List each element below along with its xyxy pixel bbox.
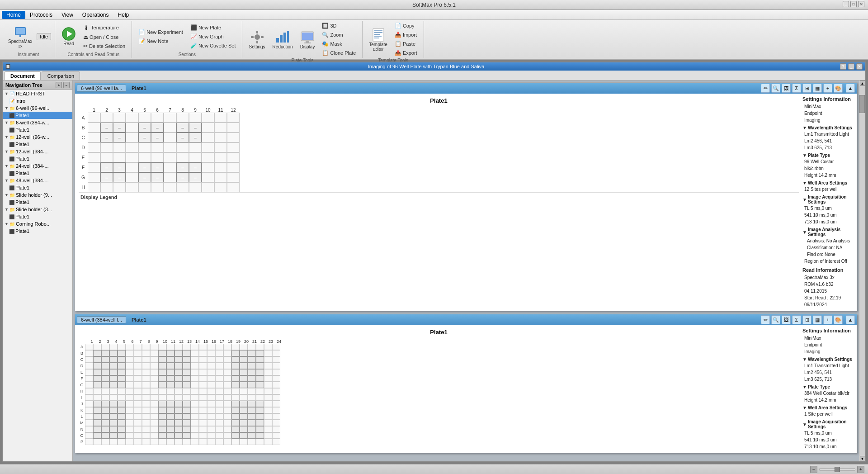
well-96-B8[interactable]: – — [176, 123, 189, 133]
well-96-A6[interactable] — [151, 113, 164, 123]
well-384-G8[interactable] — [142, 382, 150, 388]
well-96-B11[interactable] — [214, 123, 227, 133]
well-384-N16[interactable] — [207, 426, 215, 432]
well-384-H4[interactable] — [109, 388, 118, 394]
well-96-B9[interactable]: – — [189, 123, 202, 133]
well-384-F19[interactable] — [231, 375, 240, 382]
well-384-A17[interactable] — [215, 344, 223, 350]
well-96-D9[interactable] — [189, 142, 202, 152]
well-384-C20[interactable] — [240, 356, 248, 363]
well-384-D7[interactable] — [134, 363, 142, 369]
well-384-P10[interactable] — [158, 439, 166, 445]
menu-view[interactable]: View — [57, 11, 78, 19]
well-384-H2[interactable] — [93, 388, 101, 394]
spectramax-button[interactable]: SpectraMax 3x — [5, 24, 35, 49]
well-384-I4[interactable] — [109, 394, 118, 401]
well-384-E16[interactable] — [207, 369, 215, 375]
well-384-A15[interactable] — [199, 344, 207, 350]
well-384-A9[interactable] — [150, 344, 158, 350]
well-384-K4[interactable] — [109, 407, 118, 413]
well-384-N5[interactable] — [118, 426, 126, 432]
well-384-D15[interactable] — [199, 363, 207, 369]
well-96-E3[interactable] — [113, 152, 126, 162]
well-384-M12[interactable] — [175, 420, 183, 426]
well-384-K10[interactable] — [158, 407, 166, 413]
well-384-F1[interactable] — [85, 375, 93, 382]
well-96-C8[interactable]: – — [176, 133, 189, 142]
well-384-P3[interactable] — [101, 439, 109, 445]
well-384-E20[interactable] — [240, 369, 248, 375]
well-384-O22[interactable] — [256, 432, 264, 439]
well-96-D12[interactable] — [227, 142, 240, 152]
well-384-K24[interactable] — [272, 407, 280, 413]
well-384-L19[interactable] — [231, 413, 240, 420]
well-384-P1[interactable] — [85, 439, 93, 445]
well-384-P9[interactable] — [150, 439, 158, 445]
well-384-J3[interactable] — [101, 401, 109, 407]
well-96-H2[interactable] — [100, 182, 113, 192]
well-384-E4[interactable] — [109, 369, 118, 375]
well-384-J14[interactable] — [191, 401, 199, 407]
plate-grid-icon[interactable]: ⊞ — [802, 84, 811, 93]
well-384-B14[interactable] — [191, 350, 199, 356]
well-384-M3[interactable] — [101, 420, 109, 426]
tree-item-plate1-48well384[interactable]: ⬛ Plate1 — [3, 184, 72, 191]
well-384-E2[interactable] — [93, 369, 101, 375]
well-384-A24[interactable] — [272, 344, 280, 350]
well-384-J6[interactable] — [126, 401, 134, 407]
well-384-A18[interactable] — [223, 344, 231, 350]
well-384-B13[interactable] — [183, 350, 191, 356]
well-384-D20[interactable] — [240, 363, 248, 369]
well-96-F10[interactable] — [202, 162, 214, 172]
well-384-P15[interactable] — [199, 439, 207, 445]
well-96-C10[interactable] — [202, 133, 214, 142]
well-96-H5[interactable] — [138, 182, 151, 192]
plate2-edit-icon[interactable]: ✏ — [761, 315, 770, 324]
well-384-K14[interactable] — [191, 407, 199, 413]
well-384-C3[interactable] — [101, 356, 109, 363]
tree-item-plate1-24well384[interactable]: ⬛ Plate1 — [3, 170, 72, 177]
well-384-A7[interactable] — [134, 344, 142, 350]
well-96-D2[interactable] — [100, 142, 113, 152]
plate-sigma-icon[interactable]: Σ — [792, 84, 801, 93]
well-384-A14[interactable] — [191, 344, 199, 350]
well-384-P4[interactable] — [109, 439, 118, 445]
well-384-P11[interactable] — [166, 439, 175, 445]
well-96-A3[interactable] — [113, 113, 126, 123]
well-384-O8[interactable] — [142, 432, 150, 439]
well-96-H3[interactable] — [113, 182, 126, 192]
well-384-K19[interactable] — [231, 407, 240, 413]
well-96-E10[interactable] — [202, 152, 214, 162]
well-384-H6[interactable] — [126, 388, 134, 394]
well-384-B4[interactable] — [109, 350, 118, 356]
well-384-C23[interactable] — [264, 356, 272, 363]
well-384-L24[interactable] — [272, 413, 280, 420]
well-384-P6[interactable] — [126, 439, 134, 445]
plate-collapse-icon[interactable]: ▲ — [846, 84, 855, 93]
well-384-N20[interactable] — [240, 426, 248, 432]
clone-plate-button[interactable]: 📋 Clone Plate — [319, 49, 359, 57]
well-384-M9[interactable] — [150, 420, 158, 426]
well-96-B2[interactable]: – — [100, 123, 113, 133]
well-384-N6[interactable] — [126, 426, 134, 432]
tree-item-slide-holder-3[interactable]: ▼ 📁 Slide holder (3... — [3, 206, 72, 213]
well-384-F8[interactable] — [142, 375, 150, 382]
well-384-D2[interactable] — [93, 363, 101, 369]
well-384-M11[interactable] — [166, 420, 175, 426]
doc-close-button[interactable]: ✕ — [856, 63, 863, 70]
well-384-J12[interactable] — [175, 401, 183, 407]
well-384-J2[interactable] — [93, 401, 101, 407]
well-384-E13[interactable] — [183, 369, 191, 375]
well-384-H22[interactable] — [256, 388, 264, 394]
well-384-M17[interactable] — [215, 420, 223, 426]
well-384-N21[interactable] — [248, 426, 256, 432]
well-384-I1[interactable] — [85, 394, 93, 401]
well-384-C22[interactable] — [256, 356, 264, 363]
well-384-F9[interactable] — [150, 375, 158, 382]
well-96-D1[interactable] — [88, 142, 100, 152]
well-384-K16[interactable] — [207, 407, 215, 413]
well-384-I14[interactable] — [191, 394, 199, 401]
import-button[interactable]: 📥 Import — [392, 31, 420, 39]
tree-item-plate1-12well96[interactable]: ⬛ Plate1 — [3, 141, 72, 148]
well-384-A8[interactable] — [142, 344, 150, 350]
